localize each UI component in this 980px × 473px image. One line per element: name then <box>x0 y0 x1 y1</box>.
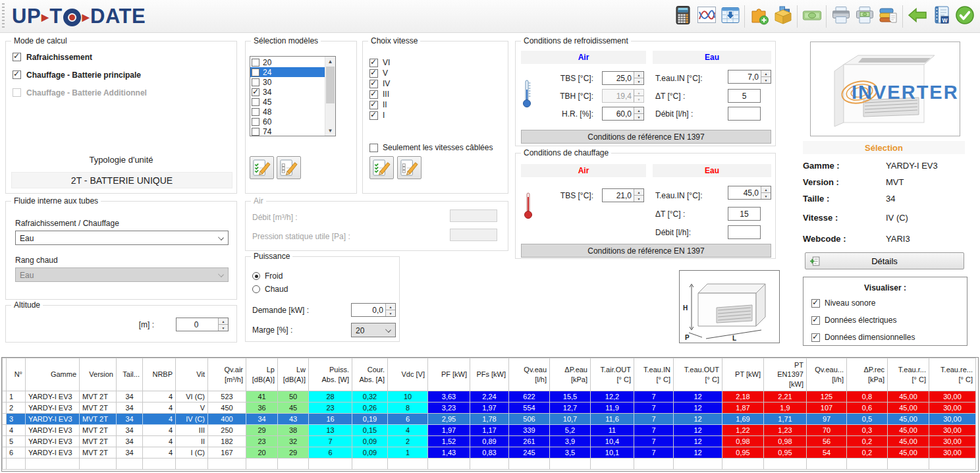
table-cell[interactable]: 41 <box>246 391 278 403</box>
table-cell[interactable]: 1 <box>7 391 26 403</box>
table-cell[interactable]: 8 <box>388 403 428 414</box>
confirm-button[interactable] <box>953 4 976 28</box>
table-cell[interactable]: 4 <box>143 403 176 414</box>
products-box-button[interactable] <box>771 4 794 28</box>
table-cell[interactable]: V <box>176 403 208 414</box>
altitude-spinner[interactable]: 0 ▲▼ <box>176 318 229 331</box>
table-row[interactable]: 2YARDY-I EV3MVT 2T344V4503645230,2683,23… <box>3 403 976 414</box>
table-cell[interactable]: 7 <box>634 414 674 425</box>
scrollbar-thumb[interactable] <box>326 67 335 103</box>
tbs-cooling-spinner[interactable]: 25,0 ▲▼ <box>602 71 644 85</box>
table-cell[interactable]: 339 <box>509 425 550 436</box>
table-cell[interactable]: 523 <box>208 391 246 403</box>
chaud-radio[interactable] <box>252 285 260 293</box>
table-cell[interactable]: 45,00 <box>888 414 929 425</box>
table-cell[interactable]: 10,4 <box>591 436 634 447</box>
table-cell[interactable]: MVT 2T <box>80 391 117 403</box>
table-cell[interactable]: 107 <box>807 403 847 414</box>
table-cell[interactable]: 3,9 <box>550 436 591 447</box>
table-cell[interactable]: 245 <box>509 447 550 459</box>
column-header[interactable]: PFs [kW] <box>470 358 509 391</box>
table-cell[interactable]: 45,00 <box>888 447 929 459</box>
table-cell[interactable]: 1,52 <box>428 436 470 447</box>
table-cell[interactable]: 11 <box>591 425 634 436</box>
speed-checkbox[interactable] <box>369 111 378 120</box>
table-cell[interactable]: 250 <box>208 425 246 436</box>
spin-down-button[interactable]: ▼ <box>634 196 643 202</box>
column-header[interactable]: T.eau.r... [° C] <box>888 358 929 391</box>
table-cell[interactable]: 12 <box>674 391 722 403</box>
table-cell[interactable]: 0,83 <box>470 447 509 459</box>
table-cell[interactable]: YARDY-I EV3 <box>26 403 80 414</box>
column-header[interactable]: Qv.eau... [l/h] <box>807 358 847 391</box>
typologie-unite-button[interactable]: 2T - BATTERIE UNIQUE <box>11 172 232 188</box>
column-header[interactable]: Lw [dB(A)] <box>278 358 309 391</box>
reference-conditions-cooling-button[interactable]: Conditions de référence EN 1397 <box>521 130 771 144</box>
table-cell[interactable]: 11,9 <box>591 403 634 414</box>
table-cell[interactable]: 0,32 <box>352 391 388 403</box>
price-button[interactable] <box>800 4 823 28</box>
column-header[interactable]: Vit <box>176 358 208 391</box>
table-cell[interactable]: 7 <box>309 436 352 447</box>
table-cell[interactable]: 1,71 <box>764 414 807 425</box>
froid-radio[interactable] <box>252 272 260 280</box>
table-cell[interactable]: 12,2 <box>591 391 634 403</box>
marge-select[interactable]: 20 <box>351 323 396 337</box>
model-list-item[interactable]: 34 <box>250 87 325 97</box>
tbs-heating-spinner[interactable]: 21,0 ▲▼ <box>602 188 644 202</box>
table-cell[interactable]: 50 <box>278 391 309 403</box>
model-checkbox[interactable] <box>252 59 259 67</box>
table-cell[interactable]: 0,89 <box>470 436 509 447</box>
table-cell[interactable]: 1,97 <box>428 425 470 436</box>
table-cell[interactable]: 1,17 <box>470 425 509 436</box>
column-header[interactable]: PT EN1397 [kW] <box>764 358 807 391</box>
table-cell[interactable]: 1,78 <box>470 414 509 425</box>
table-cell[interactable]: 30,00 <box>929 403 976 414</box>
table-cell[interactable]: 2,95 <box>428 414 470 425</box>
print-button[interactable] <box>829 4 852 28</box>
model-checkbox[interactable] <box>252 98 259 106</box>
teau-in-cooling-spinner[interactable]: 7,0 ▲▼ <box>728 70 771 84</box>
table-cell[interactable]: 400 <box>208 414 246 425</box>
table-cell[interactable]: 4 <box>143 391 176 403</box>
table-cell[interactable]: 30,00 <box>929 391 976 403</box>
table-cell[interactable]: 450 <box>208 403 246 414</box>
table-row[interactable]: 1YARDY-I EV3MVT 2T344VI (C)5234150280,32… <box>3 391 976 403</box>
toolbar-grip[interactable] <box>2 3 5 29</box>
table-cell[interactable]: 12 <box>674 403 722 414</box>
table-cell[interactable]: IV (C) <box>176 414 208 425</box>
table-cell[interactable]: 29 <box>278 447 309 459</box>
spin-down-button[interactable]: ▼ <box>761 193 771 199</box>
table-cell[interactable]: 0,6 <box>847 403 888 414</box>
word-report-button[interactable]: W <box>929 4 952 28</box>
table-cell[interactable]: 1 <box>388 447 428 459</box>
table-cell[interactable]: YARDY-I EV3 <box>26 447 80 459</box>
table-cell[interactable]: 167 <box>208 447 246 459</box>
table-cell[interactable]: 0,15 <box>352 425 388 436</box>
table-cell[interactable]: II <box>176 436 208 447</box>
table-cell[interactable]: 45,00 <box>888 436 929 447</box>
table-cell[interactable]: 6 <box>388 414 428 425</box>
table-cell[interactable]: 2,21 <box>764 391 807 403</box>
debit-heating-input[interactable] <box>728 225 761 239</box>
table-cell[interactable]: 506 <box>509 414 550 425</box>
debit-cooling-input[interactable] <box>728 107 761 121</box>
scroll-down-icon[interactable]: ▼ <box>325 126 335 136</box>
table-cell[interactable]: 70 <box>807 425 847 436</box>
table-cell[interactable]: 56 <box>807 436 847 447</box>
model-checkbox[interactable] <box>252 118 259 126</box>
table-cell[interactable]: 2,24 <box>470 391 509 403</box>
speed-checkbox[interactable] <box>369 80 378 88</box>
spin-down-button[interactable]: ▼ <box>761 77 771 83</box>
back-arrow-button[interactable] <box>906 4 929 28</box>
visualiser-checkbox[interactable] <box>811 333 820 342</box>
mode-option-checkbox[interactable] <box>13 70 21 79</box>
details-button[interactable]: Détails <box>805 252 964 269</box>
table-cell[interactable]: 4 <box>143 414 176 425</box>
table-cell[interactable]: 20 <box>246 447 278 459</box>
table-cell[interactable]: 12 <box>674 447 722 459</box>
table-cell[interactable]: 7 <box>634 391 674 403</box>
table-cell[interactable]: 2 <box>388 436 428 447</box>
mode-option-checkbox[interactable] <box>13 53 21 61</box>
column-header[interactable]: PT [kW] <box>722 358 764 391</box>
